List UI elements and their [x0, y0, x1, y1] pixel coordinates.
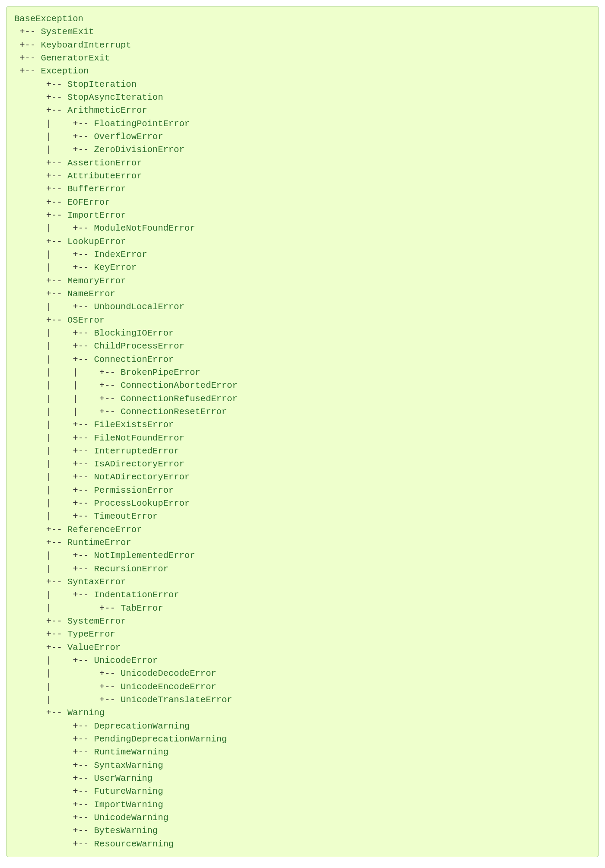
exception-hierarchy-tree: BaseException +-- SystemExit +-- Keyboar…: [14, 13, 591, 851]
exception-name: BufferError: [67, 184, 126, 194]
exception-name: SyntaxError: [67, 577, 126, 587]
exception-name: KeyboardInterrupt: [41, 40, 131, 50]
exception-name: RuntimeWarning: [94, 747, 169, 757]
exception-name: BrokenPipeError: [121, 367, 201, 377]
exception-name: StopAsyncIteration: [67, 92, 163, 102]
exception-name: IndexError: [94, 250, 147, 260]
exception-name: StopIteration: [67, 79, 137, 89]
exception-name: SystemError: [67, 616, 126, 626]
exception-name: TabError: [121, 603, 163, 613]
exception-name: UnboundLocalError: [94, 302, 185, 312]
exception-name: IsADirectoryError: [94, 459, 185, 469]
exception-name: ArithmeticError: [67, 105, 147, 115]
exception-name: InterruptedError: [94, 446, 179, 456]
exception-name: MemoryError: [67, 276, 126, 286]
exception-name: RuntimeError: [67, 538, 131, 548]
exception-name: UnicodeTranslateError: [121, 695, 232, 705]
exception-name: LookupError: [67, 237, 126, 247]
exception-name: IndentationError: [94, 590, 179, 600]
exception-name: FileExistsError: [94, 420, 174, 430]
exception-name: UserWarning: [94, 773, 153, 783]
exception-name: NotImplementedError: [94, 551, 195, 561]
exception-name: EOFError: [67, 197, 110, 207]
exception-name: PermissionError: [94, 485, 174, 495]
exception-name: KeyError: [94, 263, 137, 272]
exception-name: TypeError: [67, 629, 115, 639]
exception-name: ImportWarning: [94, 800, 163, 810]
exception-name: SyntaxWarning: [94, 760, 163, 770]
exception-name: Warning: [67, 708, 105, 718]
exception-name: FloatingPointError: [94, 119, 190, 129]
exception-name: FutureWarning: [94, 786, 163, 796]
exception-name: OSError: [67, 315, 105, 325]
exception-name: ValueError: [67, 643, 121, 653]
exception-name: DeprecationWarning: [94, 721, 190, 731]
exception-name: UnicodeEncodeError: [121, 682, 216, 692]
exception-name: PendingDeprecationWarning: [94, 734, 227, 744]
exception-name: TimeoutError: [94, 511, 158, 521]
exception-name: ConnectionResetError: [121, 407, 227, 417]
exception-name: ConnectionAbortedError: [121, 380, 238, 390]
exception-name: ChildProcessError: [94, 341, 185, 351]
exception-name: GeneratorExit: [41, 53, 110, 63]
exception-name: ConnectionError: [94, 355, 174, 364]
exception-name: ProcessLookupError: [94, 498, 190, 508]
exception-name: UnicodeDecodeError: [121, 668, 216, 678]
exception-name: OverflowError: [94, 132, 163, 142]
exception-name: ReferenceError: [67, 525, 142, 535]
exception-name: BlockingIOError: [94, 328, 174, 338]
exception-name: UnicodeWarning: [94, 813, 169, 823]
exception-hierarchy-codeblock: BaseException +-- SystemExit +-- Keyboar…: [6, 6, 599, 857]
exception-name: FileNotFoundError: [94, 433, 185, 443]
exception-name: ModuleNotFoundError: [94, 223, 195, 233]
exception-name: Exception: [41, 66, 89, 76]
exception-name: BaseException: [14, 14, 83, 24]
exception-name: UnicodeError: [94, 656, 158, 665]
exception-name: AssertionError: [67, 158, 142, 168]
exception-name: ConnectionRefusedError: [121, 394, 238, 404]
exception-name: AttributeError: [67, 171, 142, 181]
exception-name: BytesWarning: [94, 826, 158, 836]
exception-name: NotADirectoryError: [94, 472, 190, 482]
exception-name: ZeroDivisionError: [94, 145, 185, 155]
exception-name: ImportError: [67, 210, 126, 220]
exception-name: RecursionError: [94, 564, 169, 574]
exception-name: ResourceWarning: [94, 839, 174, 849]
exception-name: SystemExit: [41, 27, 94, 37]
exception-name: NameError: [67, 289, 115, 299]
